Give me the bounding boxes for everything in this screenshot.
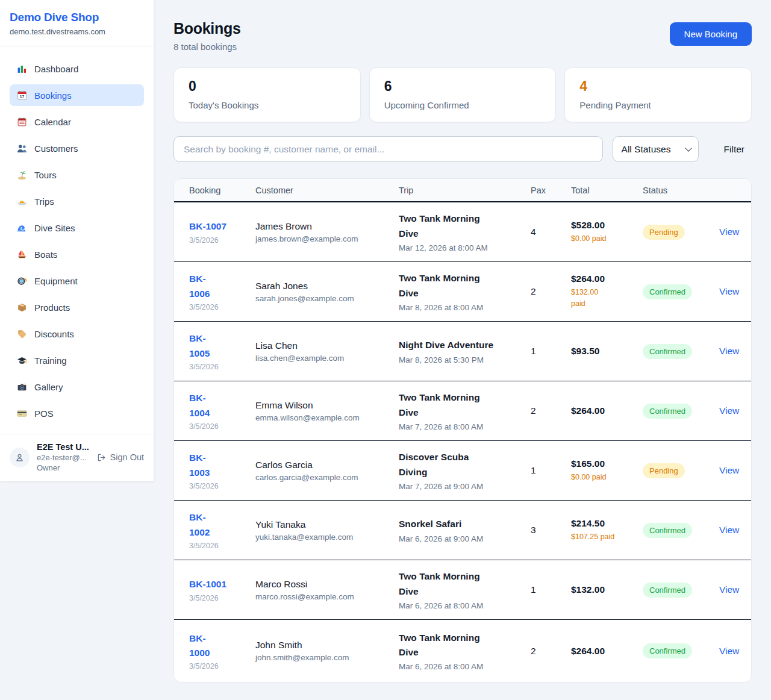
customer-name: Sarah Jones [255, 281, 393, 292]
booking-date: 3/5/2026 [189, 422, 249, 431]
status-filter-wrap: All Statuses [613, 136, 699, 162]
total-cell: $93.50 [571, 346, 643, 357]
view-cell: View [719, 286, 745, 297]
status-badge: Pending [643, 225, 685, 240]
filter-button[interactable]: Filter [717, 144, 752, 155]
page-header: Bookings 8 total bookings New Booking [173, 20, 752, 52]
booking-id-link[interactable]: BK-1003 [189, 451, 210, 480]
customer-name: Lisa Chen [255, 340, 393, 351]
total-cell: $264.00 [571, 405, 643, 416]
filter-controls: All Statuses Filter [173, 136, 752, 162]
sidebar-item-customers[interactable]: Customers [10, 137, 144, 159]
amount-paid: $132.00paid [571, 287, 637, 310]
view-link[interactable]: View [719, 465, 739, 475]
trip-name: Discover ScubaDiving [399, 450, 525, 479]
booking-row: BK-10023/5/2026Yuki Tanakayuki.tanaka@ex… [174, 501, 751, 560]
sidebar-item-label: Dive Sites [34, 223, 75, 233]
customer-cell: Sarah Jonessarah.jones@example.com [255, 281, 399, 303]
customer-email: carlos.garcia@example.com [255, 473, 393, 482]
booking-id-link[interactable]: BK-1001 [189, 577, 226, 592]
view-link[interactable]: View [719, 227, 739, 237]
status-badge: Confirmed [643, 583, 692, 598]
customer-cell: James Brownjames.brown@example.com [255, 221, 399, 243]
view-link[interactable]: View [719, 525, 739, 535]
sidebar-item-dashboard[interactable]: Dashboard [10, 58, 144, 80]
sidebar-item-dive-sites[interactable]: Dive Sites [10, 217, 144, 239]
sidebar-item-discounts[interactable]: Discounts [10, 323, 144, 345]
sidebar-item-products[interactable]: Products [10, 296, 144, 318]
column-header-total: Total [571, 186, 643, 195]
view-link[interactable]: View [719, 405, 739, 416]
total-cell: $165.00$0.00 paid [571, 458, 643, 483]
booking-date: 3/5/2026 [189, 594, 249, 602]
trip-name: Snorkel Safari [399, 517, 525, 531]
sidebar-item-equipment[interactable]: Equipment [10, 270, 144, 292]
customer-cell: Carlos Garciacarlos.garcia@example.com [255, 460, 399, 482]
view-cell: View [719, 646, 745, 657]
booking-row: BK-10043/5/2026Emma Wilsonemma.wilson@ex… [174, 381, 751, 441]
pax-cell: 1 [531, 465, 571, 476]
booking-cell: BK-10053/5/2026 [189, 331, 255, 370]
page-title: Bookings [173, 20, 241, 37]
column-header-pax: Pax [531, 186, 571, 195]
person-icon [14, 452, 25, 463]
booking-date: 3/5/2026 [189, 482, 249, 490]
sidebar-item-gallery[interactable]: Gallery [10, 376, 144, 398]
sidebar-item-training[interactable]: Training [10, 349, 144, 371]
status-badge: Confirmed [643, 523, 692, 538]
total-amount: $93.50 [571, 346, 637, 357]
trip-datetime: Mar 8, 2026 at 8:00 AM [399, 303, 525, 312]
customer-email: yuki.tanaka@example.com [255, 533, 393, 542]
booking-date: 3/5/2026 [189, 236, 249, 245]
sidebar-item-pos[interactable]: POS [10, 402, 144, 424]
booking-id-link[interactable]: BK-1002 [189, 510, 210, 539]
view-cell: View [719, 465, 745, 476]
booking-id-link[interactable]: BK-1007 [189, 219, 226, 234]
sidebar-item-bookings[interactable]: 17Bookings [10, 84, 144, 106]
package-icon [17, 302, 27, 313]
booking-row: BK-10033/5/2026Carlos Garciacarlos.garci… [174, 441, 751, 501]
trip-cell: Two Tank MorningDiveMar 7, 2026 at 8:00 … [399, 390, 531, 431]
view-link[interactable]: View [719, 584, 739, 595]
pax-cell: 1 [531, 584, 571, 595]
booking-row: BK-10013/5/2026Marco Rossimarco.rossi@ex… [174, 560, 751, 620]
table-body: BK-10073/5/2026James Brownjames.brown@ex… [174, 202, 751, 682]
status-cell: Confirmed [643, 643, 719, 658]
status-cell: Pending [643, 225, 719, 240]
booking-id-link[interactable]: BK-1006 [189, 272, 210, 301]
sign-out-button[interactable]: Sign Out [97, 452, 144, 462]
customer-email: sarah.jones@example.com [255, 294, 393, 303]
stat-card-todays-bookings: 0 Today's Bookings [173, 67, 361, 122]
sidebar-item-label: Boats [34, 249, 57, 260]
sidebar-item-calendar[interactable]: Calendar [10, 111, 144, 133]
status-badge: Confirmed [643, 643, 692, 658]
table-header-row: Booking Customer Trip Pax Total Status [174, 179, 751, 202]
view-link[interactable]: View [719, 646, 739, 656]
customer-name: Carlos Garcia [255, 460, 393, 470]
trip-name: Night Dive Adventure [399, 338, 525, 352]
customer-name: Yuki Tanaka [255, 519, 393, 530]
status-cell: Pending [643, 463, 719, 478]
tag-icon [17, 329, 27, 339]
search-input[interactable] [173, 136, 603, 162]
sidebar-item-tours[interactable]: Tours [10, 164, 144, 186]
new-booking-button[interactable]: New Booking [670, 22, 752, 46]
booking-id-link[interactable]: BK-1000 [189, 631, 210, 660]
booking-id-link[interactable]: BK-1005 [189, 331, 210, 360]
sign-out-icon [97, 453, 106, 462]
sidebar-item-trips[interactable]: Trips [10, 190, 144, 212]
status-filter-select[interactable]: All Statuses [613, 136, 699, 162]
view-cell: View [719, 227, 745, 237]
view-link[interactable]: View [719, 286, 739, 296]
sidebar-item-boats[interactable]: Boats [10, 243, 144, 265]
user-email: e2e-tester@... [37, 453, 89, 462]
stat-label: Pending Payment [579, 100, 737, 110]
status-badge: Pending [643, 463, 685, 478]
booking-id-link[interactable]: BK-1004 [189, 391, 210, 420]
trip-cell: Night Dive AdventureMar 8, 2026 at 5:30 … [399, 338, 531, 364]
sidebar-item-label: Equipment [34, 276, 78, 286]
total-cell: $214.50$107.25 paid [571, 518, 643, 543]
bar-chart-icon [17, 64, 27, 74]
total-cell: $264.00 [571, 646, 643, 657]
view-link[interactable]: View [719, 346, 739, 356]
